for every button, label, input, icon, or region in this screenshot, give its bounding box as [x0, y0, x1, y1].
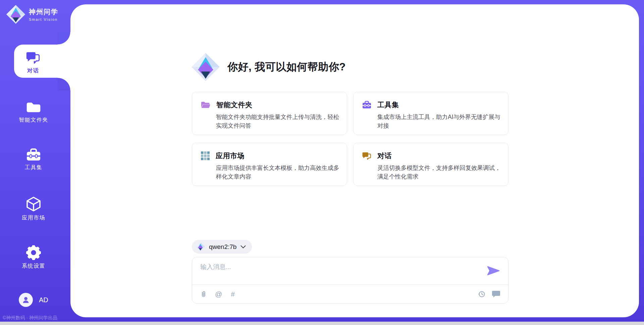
composer-toolbar: @ # — [192, 284, 508, 303]
brand-logo-icon — [6, 5, 25, 24]
feedback-button[interactable] — [492, 290, 500, 298]
user-menu[interactable]: AD — [19, 293, 48, 307]
shortcut-cards: 智能文件夹 智能文件夹功能支持批量文件上传与清洗，轻松实现文件问答 工具集 集成… — [192, 92, 508, 186]
card-chat[interactable]: 对话 灵活切换多模型文件，支持多样回复效果调试，满足个性化需求 — [353, 143, 508, 186]
card-tools[interactable]: 工具集 集成市场上主流工具，助力AI与外界无缝扩展与对接 — [353, 92, 508, 135]
sidebar-item-label: 智能文件夹 — [19, 117, 48, 124]
greeting-text: 你好, 我可以如何帮助你? — [227, 60, 346, 74]
chevron-down-icon — [240, 245, 246, 249]
tab-curve-top — [58, 32, 70, 45]
main-panel: 你好, 我可以如何帮助你? 智能文件夹 智能文件夹功能支持批量文件上传与清洗，轻… — [70, 4, 639, 317]
paperclip-icon — [200, 290, 206, 298]
card-title: 应用市场 — [216, 151, 245, 160]
sidebar: 神州问学 Smart Vision 对话 智能文件夹 — [0, 0, 70, 325]
app-window: 神州问学 Smart Vision 对话 智能文件夹 — [0, 0, 644, 325]
avatar — [19, 293, 33, 307]
chat-icon — [26, 51, 40, 64]
message-bubble-icon — [492, 290, 500, 298]
toolbox-icon — [26, 148, 41, 161]
card-title: 对话 — [377, 151, 392, 160]
history-button[interactable] — [478, 290, 485, 298]
card-folders[interactable]: 智能文件夹 智能文件夹功能支持批量文件上传与清洗，轻松实现文件问答 — [192, 92, 347, 135]
sidebar-item-label: 对话 — [27, 67, 39, 74]
card-description: 智能文件夹功能支持批量文件上传与清洗，轻松实现文件问答 — [216, 113, 341, 130]
gear-icon — [26, 245, 41, 260]
toolbox-icon — [362, 101, 371, 109]
send-button[interactable] — [487, 266, 499, 276]
user-name: AD — [39, 296, 48, 304]
history-icon — [478, 290, 485, 298]
attach-button[interactable] — [200, 290, 206, 298]
brand-title: 神州问学 — [29, 7, 58, 16]
folder-icon — [25, 101, 42, 114]
tab-curve-bottom — [58, 78, 70, 90]
assistant-logo-icon — [191, 53, 220, 81]
sidebar-item-label: 系统设置 — [22, 263, 45, 270]
greeting: 你好, 我可以如何帮助你? — [191, 53, 346, 81]
brand-subtitle: Smart Vision — [29, 17, 58, 21]
window-edge — [0, 322, 644, 325]
model-logo-icon — [196, 242, 205, 251]
hashtag-button[interactable]: # — [231, 290, 235, 298]
chat-icon — [362, 152, 371, 160]
card-title: 智能文件夹 — [216, 100, 253, 110]
copyright-footer: ©神州数码 · 神州问学出品 — [3, 315, 73, 321]
sidebar-item-tools[interactable]: 工具集 — [0, 148, 67, 171]
card-description: 应用市场提供丰富长文本模板，助力高效生成多样化文章内容 — [216, 164, 341, 181]
card-title: 工具集 — [377, 100, 399, 110]
brand: 神州问学 Smart Vision — [6, 5, 58, 24]
card-description: 集成市场上主流工具，助力AI与外界无缝扩展与对接 — [377, 113, 502, 130]
sidebar-item-label: 工具集 — [25, 164, 43, 171]
grid-icon — [201, 151, 210, 160]
person-icon — [22, 296, 30, 304]
send-icon — [487, 266, 499, 275]
sidebar-item-market[interactable]: 应用市场 — [0, 196, 67, 221]
sidebar-item-folders[interactable]: 智能文件夹 — [0, 101, 67, 124]
cube-icon — [26, 196, 41, 212]
sidebar-item-settings[interactable]: 系统设置 — [0, 245, 67, 270]
sidebar-item-label: 应用市场 — [22, 214, 45, 221]
card-description: 灵活切换多模型文件，支持多样回复效果调试，满足个性化需求 — [377, 164, 502, 181]
model-name: qwen2:7b — [209, 243, 236, 251]
card-market[interactable]: 应用市场 应用市场提供丰富长文本模板，助力高效生成多样化文章内容 — [192, 143, 347, 186]
message-composer: @ # — [192, 257, 508, 304]
model-selector[interactable]: qwen2:7b — [192, 240, 252, 254]
mention-button[interactable]: @ — [215, 290, 222, 298]
open-folder-icon — [201, 101, 210, 109]
message-input[interactable] — [200, 263, 485, 281]
sidebar-item-chat[interactable]: 对话 — [14, 45, 72, 78]
